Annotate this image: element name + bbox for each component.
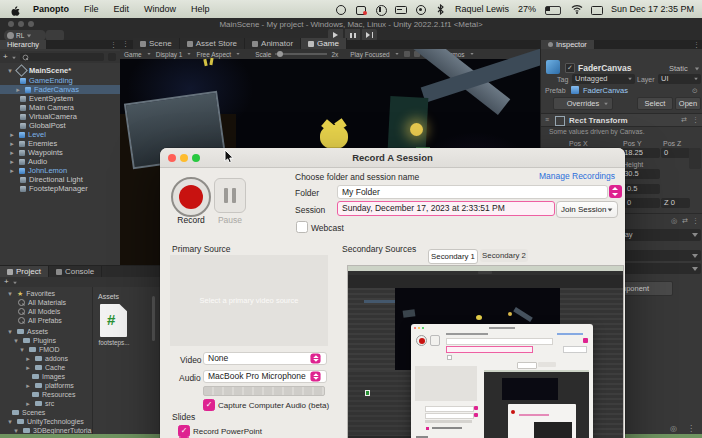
tab-animator[interactable]: Animator (245, 38, 301, 49)
session-field[interactable]: Sunday, December 17, 2023 at 2:33:51 PM (337, 201, 555, 216)
wifi-icon[interactable] (571, 4, 582, 15)
game-view-dropdown[interactable]: Game (124, 51, 142, 58)
project-folder[interactable]: ▾FMOD (0, 345, 110, 354)
display-icon[interactable] (591, 4, 602, 15)
active-checkbox[interactable]: ✓ (565, 63, 575, 73)
tab-asset-store[interactable]: Asset Store (180, 38, 245, 49)
canvas-help-icon[interactable]: ◎ (671, 217, 677, 224)
hierarchy-item[interactable]: GlobalPost (0, 121, 138, 130)
menu-file[interactable]: File (84, 4, 99, 14)
tab-console[interactable]: Console (49, 266, 102, 277)
hierarchy-scene-filter-icon[interactable] (108, 53, 116, 61)
project-folder[interactable]: ▾3DBeginnerTutoria (0, 426, 104, 434)
join-session-button[interactable]: Join Session (556, 201, 618, 218)
tab-game[interactable]: Game (301, 38, 347, 49)
project-folder[interactable]: Scenes (0, 408, 104, 417)
hierarchy-item[interactable]: VirtualCamera (0, 112, 138, 121)
inspector-menu-icon[interactable]: ⋮ (693, 41, 700, 48)
component-menu-icon[interactable]: ⋮ (692, 116, 699, 123)
inspector-footer-menu-icon[interactable]: ⋮ (687, 425, 695, 433)
tag-dropdown[interactable]: Untagged (572, 74, 635, 84)
component-header[interactable]: ≡ Rect Transform ⇄ ⋮ (541, 113, 702, 127)
hierarchy-root[interactable]: ▾ MainScene* (0, 66, 124, 75)
video-dropdown[interactable]: None (203, 352, 327, 365)
assets-scrollbar[interactable] (152, 296, 155, 341)
tab-secondary-1[interactable]: Secondary 1 (428, 249, 478, 264)
manage-recordings-link[interactable]: Manage Recordings (539, 172, 615, 181)
hierarchy-item[interactable]: ▸Waypoints (0, 148, 126, 157)
assets-root[interactable]: ▾Assets (0, 327, 98, 336)
menubar-clock[interactable]: Sun Dec 17 2:35 PM (611, 4, 694, 14)
project-folder[interactable]: Images (0, 372, 124, 381)
select-button[interactable]: Select (637, 97, 673, 110)
prefab-name[interactable]: FaderCanvas (583, 87, 628, 95)
static-dropdown[interactable]: Static (669, 65, 688, 73)
pause-button[interactable] (214, 178, 246, 213)
hierarchy-item[interactable]: FootstepManager (0, 184, 138, 193)
project-folder[interactable]: ▾Plugins (0, 336, 104, 345)
project-folder[interactable]: Resources (0, 390, 124, 399)
menu-panopto[interactable]: Panopto (33, 5, 69, 14)
hierarchy-item[interactable]: GameEnding (0, 76, 138, 85)
record-dot-icon[interactable] (335, 4, 346, 15)
play-focused-dropdown[interactable]: Play Focused (350, 51, 389, 58)
prefab-options-icon[interactable]: ⊙ (692, 87, 698, 94)
aspect-dropdown[interactable]: Free Aspect (196, 51, 231, 58)
menubar-username[interactable]: Raquel Lewis (455, 4, 509, 14)
canvas-presets-icon[interactable]: ⇄ (682, 217, 688, 224)
object-name[interactable]: FaderCanvas (578, 64, 631, 73)
project-folder[interactable]: ▸src (0, 399, 116, 408)
scale-slider[interactable] (275, 53, 327, 55)
anchor-preset-button[interactable] (689, 148, 701, 169)
canvas-menu-icon[interactable]: ⋮ (692, 217, 699, 224)
panopto-status-icon[interactable] (355, 4, 366, 15)
hierarchy-item[interactable]: Main Camera (0, 103, 138, 112)
folder-field[interactable]: My Folder (337, 185, 608, 199)
script-asset-label[interactable]: footsteps... (96, 340, 132, 346)
expander-icon[interactable]: ▾ (6, 67, 14, 75)
menu-edit[interactable]: Edit (114, 4, 130, 14)
menu-window[interactable]: Window (144, 4, 176, 14)
favorite-item[interactable]: All Prefabs (0, 316, 110, 325)
hierarchy-search-input[interactable] (20, 53, 104, 61)
project-folder[interactable]: ▸addons (0, 354, 116, 363)
pivot-z-field[interactable]: Z 0 (661, 198, 690, 208)
tab-scene[interactable]: Scene (133, 38, 180, 49)
favorites-header[interactable]: ▾★Favorites (0, 289, 98, 298)
tab-project[interactable]: Project (0, 266, 49, 277)
hierarchy-item[interactable]: ▸Enemies (0, 139, 126, 148)
bluetooth-icon[interactable] (435, 4, 446, 15)
hierarchy-menu-icon[interactable]: ⋮ (110, 41, 117, 48)
layer-dropdown[interactable]: UI (658, 74, 701, 84)
capture-audio-checkbox[interactable]: ✓ (203, 399, 215, 411)
project-folder[interactable]: ▸platforms (0, 381, 116, 390)
tab-inspector[interactable]: Inspector (541, 40, 595, 49)
audio-dropdown[interactable]: MacBook Pro Microphone (203, 370, 327, 383)
hierarchy-add-button[interactable]: + (3, 53, 8, 61)
webcast-checkbox[interactable] (296, 221, 308, 233)
record-powerpoint-checkbox[interactable]: ✓ (178, 425, 190, 437)
favorite-item[interactable]: All Materials (0, 298, 110, 307)
hierarchy-item-selected[interactable]: ▸FaderCanvas (0, 85, 132, 94)
tab-hierarchy[interactable]: Hierarchy (0, 40, 47, 49)
hierarchy-item[interactable]: ▸Audio (0, 157, 126, 166)
display-arrangement-icon[interactable] (375, 4, 386, 15)
capture-icon[interactable] (404, 51, 410, 57)
tab-secondary-2[interactable]: Secondary 2 (480, 249, 528, 262)
hierarchy-item[interactable]: EventSystem (0, 94, 138, 103)
component-presets-icon[interactable]: ⇄ (681, 116, 687, 123)
script-asset-icon[interactable]: # (100, 304, 127, 337)
pos-z-field[interactable]: 0 (661, 148, 690, 158)
menu-help[interactable]: Help (191, 4, 210, 14)
hierarchy-item[interactable]: ▸Level (0, 130, 126, 139)
panel-menu-icon[interactable]: ⋮ (120, 38, 133, 49)
audio-dropdown-button[interactable] (310, 371, 320, 381)
hierarchy-item[interactable]: Directional Light (0, 175, 138, 184)
video-dropdown-button[interactable] (310, 353, 320, 363)
overrides-button[interactable]: Overrides (553, 97, 613, 110)
hierarchy-item[interactable]: ▸JohnLemon (0, 166, 126, 175)
open-button[interactable]: Open (675, 97, 701, 110)
record-button[interactable] (171, 177, 211, 217)
keyboard-icon[interactable] (395, 4, 406, 15)
project-folder[interactable]: ▾UnityTechnologies (0, 417, 98, 426)
